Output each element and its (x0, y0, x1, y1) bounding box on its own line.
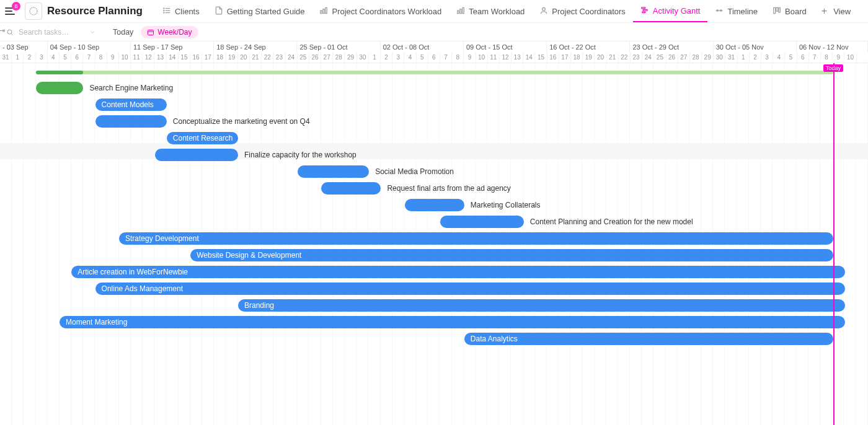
task-bar[interactable]: Branding (238, 299, 845, 312)
day-header: 29 (345, 53, 356, 63)
day-header: 14 (167, 53, 179, 63)
task-label: Marketing Collaterals (471, 201, 541, 209)
today-button[interactable]: Today (113, 28, 133, 37)
task-bar[interactable]: Online Ads Management (95, 283, 846, 295)
today-line (833, 63, 835, 425)
task-bar[interactable] (440, 216, 523, 228)
task-bar[interactable]: Strategy Development (119, 232, 833, 245)
day-header: 3 (392, 53, 404, 63)
task-label: Online Ads Management (102, 284, 183, 293)
day-header: 7 (440, 53, 452, 63)
task-bar[interactable]: Content Research (167, 132, 238, 144)
gantt-icon (640, 6, 649, 16)
task-bar[interactable] (298, 165, 369, 178)
day-header: 29 (702, 53, 714, 63)
day-header: 16 (190, 53, 202, 63)
svg-point-4 (164, 7, 164, 8)
svg-point-23 (7, 30, 12, 34)
day-header: 9 (107, 53, 119, 63)
search-box[interactable] (6, 27, 105, 37)
week-header: 23 Oct - 29 Oct (630, 42, 713, 53)
menu-button[interactable]: 8 (5, 5, 17, 17)
summary-bar-progress[interactable] (36, 71, 84, 74)
project-icon[interactable] (25, 2, 42, 20)
search-input[interactable] (17, 27, 86, 37)
day-header: 5 (60, 53, 71, 63)
day-header: 23 (273, 53, 285, 63)
day-header: 6 (71, 53, 83, 63)
week-header: 30 Oct - 05 Nov (714, 42, 797, 53)
svg-rect-10 (458, 11, 459, 14)
tab-project-coordinators-workload[interactable]: Project Coordinators Workload (312, 0, 449, 22)
day-header: 1 (738, 53, 750, 63)
day-header: 22 (262, 53, 273, 63)
task-bar[interactable] (405, 199, 464, 211)
svg-rect-25 (148, 30, 154, 35)
plus-icon: + (822, 6, 827, 17)
svg-line-24 (11, 33, 12, 35)
svg-rect-21 (776, 7, 778, 11)
day-header: 30 (714, 53, 725, 63)
day-header: 28 (333, 53, 345, 63)
day-header: 3 (36, 53, 48, 63)
svg-point-6 (164, 12, 164, 12)
day-header: 12 (143, 53, 154, 63)
svg-rect-8 (323, 9, 324, 13)
day-header: 9 (833, 53, 844, 63)
week-header: 04 Sep - 10 Sep (48, 42, 131, 53)
day-header: 17 (559, 53, 571, 63)
task-bar[interactable] (155, 149, 238, 161)
day-header: 23 (631, 53, 642, 63)
task-bar[interactable]: Website Design & Development (190, 249, 833, 261)
tab-timeline[interactable]: Timeline (707, 0, 765, 22)
day-header: 11 (131, 53, 143, 63)
task-bar[interactable]: Article creation in WebForNewbie (71, 266, 845, 278)
task-label: Search Engine Marketing (89, 84, 173, 92)
tab-clients[interactable]: Clients (155, 0, 207, 22)
day-header: 8 (95, 53, 107, 63)
tab-team-workload[interactable]: Team Workload (449, 0, 532, 22)
week-header: 06 Nov - 12 Nov (797, 42, 868, 53)
task-bar[interactable] (36, 82, 84, 94)
day-header: 6 (797, 53, 809, 63)
tab-view[interactable]: +View (814, 0, 858, 22)
task-bar[interactable]: Moment Marketing (60, 316, 845, 328)
scale-label: Week/Day (157, 28, 192, 37)
day-header: 30 (357, 53, 369, 63)
load-icon (319, 6, 328, 17)
day-header: 5 (417, 53, 428, 63)
collapse-panel-icon[interactable]: ⇥ (0, 27, 8, 35)
scale-toggle[interactable]: Week/Day (141, 26, 198, 38)
day-header: 17 (202, 53, 214, 63)
day-header: 20 (595, 53, 606, 63)
svg-rect-15 (643, 9, 647, 11)
svg-rect-14 (642, 7, 645, 8)
day-header: 3 (761, 53, 773, 63)
day-header: 12 (500, 53, 512, 63)
tab-activity-gantt[interactable]: Activity Gantt (633, 0, 708, 22)
day-header: 31 (0, 53, 12, 63)
tab-getting-started-guide[interactable]: Getting Started Guide (207, 0, 312, 22)
summary-bar-total[interactable] (36, 71, 833, 74)
day-header: 25 (654, 53, 666, 63)
task-bar[interactable] (321, 182, 381, 195)
svg-rect-22 (779, 7, 780, 12)
task-bar[interactable] (95, 115, 167, 128)
chevron-down-icon[interactable] (89, 29, 95, 35)
day-header: 5 (785, 53, 797, 63)
day-header: 28 (690, 53, 702, 63)
task-bar[interactable]: Content Models (95, 99, 167, 111)
day-header: 2 (750, 53, 761, 63)
task-label: Social Media Promotion (375, 167, 454, 176)
task-bar[interactable]: Data Analytics (464, 333, 833, 345)
tab-project-coordinators[interactable]: Project Coordinators (532, 0, 633, 22)
day-header: 15 (535, 53, 547, 63)
day-header: 18 (571, 53, 583, 63)
day-header: 20 (238, 53, 250, 63)
week-header: 16 Oct - 22 Oct (547, 42, 630, 53)
gantt-chart[interactable]: Search Engine MarketingContent ModelsCon… (0, 63, 868, 425)
doc-icon (215, 6, 223, 17)
tab-board[interactable]: Board (765, 0, 814, 22)
task-label: Strategy Development (125, 234, 199, 243)
svg-rect-9 (326, 7, 327, 13)
